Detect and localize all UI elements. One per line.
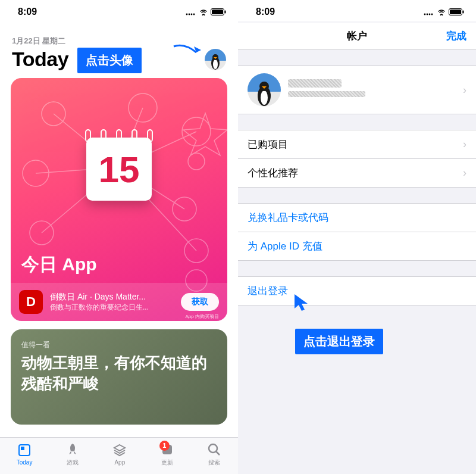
avatar[interactable] xyxy=(205,49,226,70)
status-bar: 8:09 xyxy=(238,0,476,21)
svg-rect-29 xyxy=(463,11,464,14)
svg-rect-20 xyxy=(21,447,24,450)
profile-text-redacted xyxy=(288,79,456,101)
status-time: 8:09 xyxy=(256,7,275,17)
sign-out-row[interactable]: 退出登录 xyxy=(238,276,476,305)
profile-avatar xyxy=(248,73,281,107)
editorial-title: 动物王朝里，有你不知道的残酷和严峻 xyxy=(21,353,217,394)
signal-icon xyxy=(424,8,434,15)
svg-point-22 xyxy=(209,444,217,453)
svg-point-31 xyxy=(261,91,268,105)
redeem-row[interactable]: 兑换礼品卡或代码 xyxy=(238,203,476,232)
svg-point-1 xyxy=(189,14,190,15)
row-label: 退出登录 xyxy=(248,284,288,298)
tab-updates[interactable]: 1 更新 xyxy=(160,442,174,467)
get-button[interactable]: 获取 xyxy=(181,293,219,311)
svg-point-2 xyxy=(191,14,193,15)
badge: 1 xyxy=(159,441,170,451)
tab-label: Today xyxy=(17,459,33,466)
signal-icon xyxy=(186,8,196,15)
editorial-hint: 值得一看 xyxy=(21,340,217,350)
iap-label: App 内购买项目 xyxy=(186,313,219,320)
nav-title: 帐户 xyxy=(347,29,367,43)
header-row: Today 点击头像 xyxy=(0,46,238,71)
svg-point-8 xyxy=(213,60,218,69)
tab-apps[interactable]: App xyxy=(112,442,127,466)
done-button[interactable]: 完成 xyxy=(446,29,466,43)
today-icon xyxy=(17,442,32,458)
profile-row[interactable]: › xyxy=(238,66,476,114)
arrow-to-avatar-icon xyxy=(173,42,201,60)
svg-rect-5 xyxy=(212,10,223,14)
date-line: 1月22日 星期二 xyxy=(0,21,238,46)
svg-point-24 xyxy=(427,14,428,15)
tab-today[interactable]: Today xyxy=(17,442,33,466)
chevron-right-icon: › xyxy=(463,138,466,151)
tab-bar: Today 游戏 App 1 更新 搜索 xyxy=(0,437,238,474)
row-label: 已购项目 xyxy=(248,138,288,151)
add-funds-row[interactable]: 为 Apple ID 充值 xyxy=(238,232,476,261)
left-screen: 8:09 1月22日 星期二 Today 点击头像 xyxy=(0,0,238,474)
app-subtitle: 倒数与正数你的重要纪念日生... xyxy=(50,303,174,313)
cursor-icon xyxy=(293,293,310,313)
app-icon[interactable]: D xyxy=(19,290,43,314)
svg-point-3 xyxy=(193,14,195,15)
svg-point-25 xyxy=(429,14,431,15)
battery-icon xyxy=(449,8,464,15)
svg-rect-28 xyxy=(450,10,461,14)
nav-bar: 帐户 完成 xyxy=(238,23,476,50)
calendar-number: 15 xyxy=(99,148,140,191)
tab-label: 更新 xyxy=(161,459,173,467)
row-label: 兑换礼品卡或代码 xyxy=(248,211,328,224)
rocket-icon xyxy=(65,442,80,457)
personalized-row[interactable]: 个性化推荐 › xyxy=(238,159,476,188)
row-label: 为 Apple ID 充值 xyxy=(248,239,322,253)
chevron-right-icon: › xyxy=(463,84,466,96)
tab-games[interactable]: 游戏 xyxy=(65,442,80,467)
purchased-row[interactable]: 已购项目 › xyxy=(238,130,476,159)
hero-card[interactable]: 15 今日 App D 倒数日 Air · Days Matter... 倒数与… xyxy=(11,78,227,321)
right-screen: 8:09 帐户 完成 › 已购项目 › 个性化推荐 xyxy=(238,0,476,474)
tab-search[interactable]: 搜索 xyxy=(207,442,221,467)
editorial-card[interactable]: 值得一看 动物王朝里，有你不知道的残酷和严峻 xyxy=(11,329,227,425)
app-title: 倒数日 Air · Days Matter... xyxy=(50,292,174,303)
status-bar: 8:09 xyxy=(0,0,238,21)
page-title: Today xyxy=(12,48,68,71)
battery-icon xyxy=(211,8,226,15)
search-icon xyxy=(207,442,221,457)
wifi-icon xyxy=(437,8,446,15)
svg-point-26 xyxy=(431,14,433,15)
svg-rect-6 xyxy=(225,11,226,14)
status-icons xyxy=(424,8,464,15)
tab-label: 游戏 xyxy=(67,459,79,467)
svg-point-23 xyxy=(424,14,426,15)
tooltip-signout: 点击退出登录 xyxy=(295,329,383,354)
status-icons xyxy=(186,8,226,15)
svg-point-0 xyxy=(186,14,188,15)
tab-label: 搜索 xyxy=(208,459,220,467)
row-label: 个性化推荐 xyxy=(248,166,298,180)
tooltip-avatar: 点击头像 xyxy=(77,48,142,73)
status-time: 8:09 xyxy=(18,7,37,17)
wifi-icon xyxy=(199,8,208,15)
calendar-icon: 15 xyxy=(86,132,152,201)
chevron-right-icon: › xyxy=(463,167,466,179)
hero-title: 今日 App xyxy=(21,252,97,277)
tab-label: App xyxy=(114,459,125,466)
layers-icon xyxy=(112,442,127,458)
